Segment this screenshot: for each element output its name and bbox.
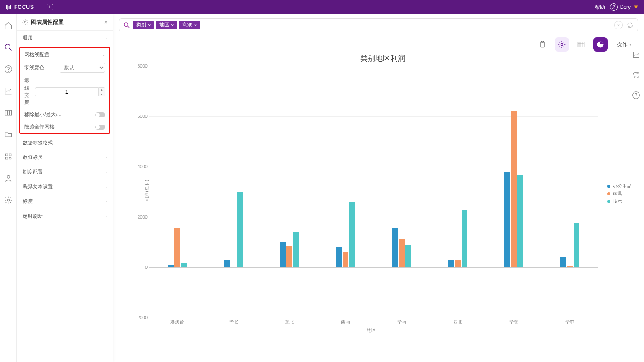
- x-category-label: 港澳台: [170, 319, 184, 325]
- chevron-right-icon: ›: [106, 214, 107, 219]
- x-category-label: 华北: [229, 319, 238, 325]
- help-link[interactable]: 帮助: [595, 4, 605, 11]
- chart-bar[interactable]: [181, 263, 187, 267]
- chart-bar[interactable]: [168, 265, 174, 267]
- chart-bar[interactable]: [504, 172, 510, 267]
- section-valuescale[interactable]: 数值标尺›: [17, 150, 113, 165]
- remove-minmax-toggle[interactable]: [95, 112, 105, 117]
- x-axis-label[interactable]: 地区 ⌄: [367, 327, 380, 333]
- avatar-icon: [610, 3, 618, 11]
- svg-rect-11: [5, 157, 8, 159]
- stepper-up[interactable]: ▴: [99, 88, 105, 92]
- toolbar-settings-icon[interactable]: [555, 37, 569, 52]
- chart-bar[interactable]: [336, 247, 342, 267]
- prop-zero-color: 零线颜色 默认: [20, 60, 109, 75]
- tag-remove-icon[interactable]: ×: [171, 23, 174, 28]
- zero-width-input[interactable]: [35, 87, 99, 96]
- gridline: [149, 217, 598, 217]
- chart-bar[interactable]: [448, 260, 454, 267]
- chart-bar[interactable]: [517, 175, 523, 267]
- chart-bar[interactable]: [293, 232, 299, 267]
- chart-bar[interactable]: [224, 260, 230, 267]
- section-gridline[interactable]: 网格线配置 ⌄: [20, 48, 109, 60]
- chart-bar[interactable]: [567, 266, 573, 267]
- chart-bar[interactable]: [280, 242, 286, 267]
- hide-all-grid-toggle[interactable]: [95, 125, 105, 130]
- rail-user-icon[interactable]: [4, 174, 13, 183]
- toolbar-chart-type-icon[interactable]: [593, 37, 608, 52]
- legend-item[interactable]: 技术: [607, 198, 631, 204]
- rail-settings-icon[interactable]: [4, 195, 13, 205]
- add-button[interactable]: +: [47, 4, 53, 10]
- chevron-right-icon: ›: [106, 36, 107, 40]
- y-axis-label[interactable]: ‹ 利润(总和): [144, 180, 150, 204]
- y-tick: -2000: [133, 315, 148, 320]
- toolbar-table-icon[interactable]: [574, 37, 588, 52]
- chart-bar[interactable]: [392, 228, 398, 267]
- operate-dropdown[interactable]: 操作 ▾: [613, 38, 636, 51]
- chevron-down-icon: ⌄: [377, 328, 380, 332]
- search-tag[interactable]: 利润 ×: [179, 21, 200, 29]
- chevron-right-icon: ›: [106, 185, 107, 189]
- chart-bar[interactable]: [511, 111, 517, 267]
- section-dimension[interactable]: 标度›: [17, 194, 113, 209]
- float-help-icon[interactable]: [631, 91, 641, 100]
- chart-bar[interactable]: [231, 267, 236, 267]
- tag-remove-icon[interactable]: ×: [148, 23, 151, 28]
- x-category-label: 东北: [285, 319, 294, 325]
- section-general[interactable]: 通用 ›: [17, 31, 113, 45]
- svg-rect-9: [5, 154, 8, 156]
- chart-bar[interactable]: [462, 210, 467, 267]
- section-tick[interactable]: 刻度配置›: [17, 165, 113, 180]
- float-refresh-icon[interactable]: [631, 70, 641, 80]
- close-icon[interactable]: ×: [104, 19, 108, 26]
- clear-search-icon[interactable]: ×: [614, 21, 623, 29]
- chart-bar[interactable]: [405, 245, 411, 267]
- chart-bar[interactable]: [560, 257, 566, 267]
- section-datalabel[interactable]: 数据标签格式›: [17, 135, 113, 150]
- y-tick: 0: [133, 265, 148, 270]
- chart-bar[interactable]: [574, 223, 579, 267]
- gridline: [149, 267, 598, 268]
- svg-point-4: [613, 5, 615, 7]
- rail-search-icon[interactable]: [4, 43, 13, 52]
- search-box[interactable]: 类别 × 地区 × 利润 × ×: [119, 18, 638, 31]
- rail-folder-icon[interactable]: [4, 130, 13, 139]
- toolbar-clipboard-icon[interactable]: [535, 37, 550, 52]
- chart-container: 类别地区利润 ‹ 利润(总和) 地区 ⌄ 办公用品家具技术 -200002000…: [113, 53, 644, 362]
- search-tag[interactable]: 地区 ×: [156, 21, 177, 29]
- chart-plot: ‹ 利润(总和) 地区 ⌄ 办公用品家具技术 -2000020004000600…: [149, 66, 598, 318]
- legend-item[interactable]: 家具: [607, 190, 631, 197]
- chart-bar[interactable]: [349, 202, 355, 267]
- user-menu[interactable]: Dory: [610, 3, 639, 11]
- brand: FOCUS: [5, 4, 34, 10]
- float-axis-icon[interactable]: [631, 50, 641, 60]
- rail-chart-icon[interactable]: [4, 86, 13, 96]
- brand-logo-icon: [5, 4, 12, 10]
- chevron-left-icon: ‹: [145, 203, 149, 204]
- rail-apps-icon[interactable]: [4, 152, 13, 161]
- gridline: [149, 66, 598, 66]
- zero-color-select[interactable]: 默认: [60, 63, 105, 73]
- search-tag[interactable]: 类别 ×: [133, 21, 154, 29]
- chart-bar[interactable]: [174, 228, 180, 267]
- refresh-search-icon[interactable]: [626, 21, 634, 29]
- chart-bar[interactable]: [343, 252, 348, 267]
- section-hover[interactable]: 悬浮文本设置›: [17, 180, 113, 194]
- search-row: 类别 × 地区 × 利润 × ×: [113, 14, 644, 36]
- svg-point-5: [5, 44, 10, 49]
- rail-table-icon[interactable]: [4, 108, 13, 117]
- section-refresh[interactable]: 定时刷新›: [17, 209, 113, 224]
- svg-rect-0: [6, 5, 7, 9]
- chart-bar[interactable]: [399, 239, 405, 267]
- stepper-down[interactable]: ▾: [99, 92, 105, 96]
- legend-dot-icon: [607, 200, 610, 203]
- chart-bar[interactable]: [286, 246, 292, 267]
- rail-home-icon[interactable]: [4, 21, 13, 30]
- diamond-badge-icon: [633, 4, 639, 10]
- legend-item[interactable]: 办公用品: [607, 183, 631, 189]
- chart-bar[interactable]: [455, 260, 461, 267]
- chart-bar[interactable]: [237, 192, 243, 267]
- tag-remove-icon[interactable]: ×: [194, 23, 197, 28]
- rail-help-icon[interactable]: [4, 65, 13, 74]
